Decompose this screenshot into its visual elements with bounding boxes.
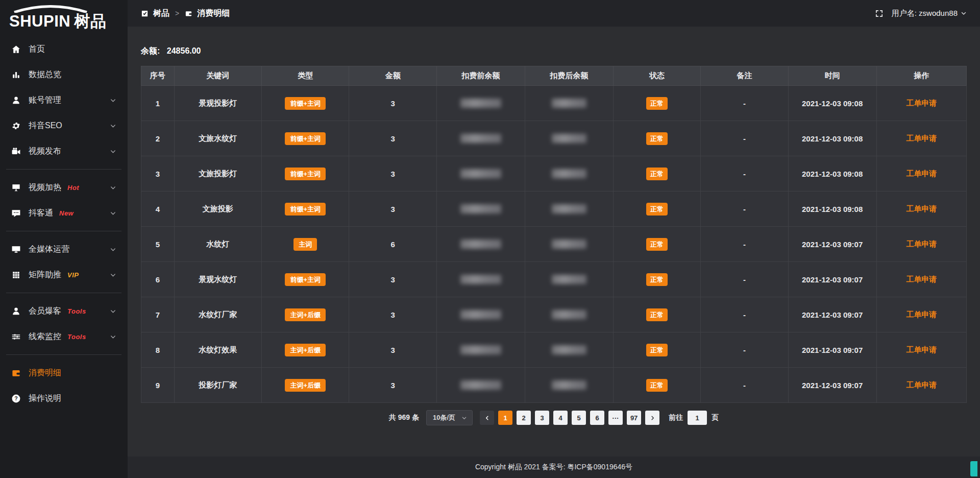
ticket-apply-link[interactable]: 工单申请 — [906, 240, 937, 248]
blurred-balance-before — [460, 134, 501, 143]
menu-divider — [6, 354, 121, 355]
cell-remark: - — [701, 332, 788, 368]
page-button-3[interactable]: 3 — [535, 411, 549, 425]
cell-keyword: 文旅水纹灯 — [174, 121, 261, 156]
sidebar-item-全媒体运营[interactable]: 全媒体运营 — [0, 236, 128, 262]
consumption-table: 序号关键词类型金额扣费前余额扣费后余额状态备注时间操作 1 景观投影灯 前缀+主… — [141, 66, 967, 403]
cell-keyword: 文旅投影灯 — [174, 156, 261, 192]
app-square-icon — [141, 10, 149, 17]
ticket-apply-link[interactable]: 工单申请 — [906, 134, 937, 142]
sidebar-item-首页[interactable]: 首页 — [0, 36, 128, 62]
next-page-button[interactable] — [645, 411, 659, 425]
cell-balance-after — [525, 227, 613, 262]
cell-amount: 3 — [349, 368, 436, 403]
blurred-balance-after — [552, 380, 586, 390]
sidebar-item-矩阵助推[interactable]: 矩阵助推 VIP — [0, 262, 128, 288]
user-menu[interactable]: 用户名: zswodun88 — [892, 9, 967, 18]
logo-text-en: SHUPIN — [9, 13, 70, 30]
cell-balance-before — [436, 86, 525, 121]
cell-amount: 3 — [349, 297, 436, 332]
more-pages-button[interactable]: ··· — [608, 411, 623, 425]
ticket-apply-link[interactable]: 工单申请 — [906, 169, 937, 178]
cell-time: 2021-12-03 09:07 — [788, 297, 876, 332]
logo-arc — [10, 5, 91, 13]
cell-balance-before — [436, 227, 525, 262]
cell-action: 工单申请 — [876, 332, 966, 368]
cell-type: 主词+后缀 — [262, 332, 349, 368]
sidebar-item-数据总览[interactable]: 数据总览 — [0, 62, 128, 87]
question-icon: ? — [11, 394, 21, 403]
cell-status: 正常 — [613, 192, 700, 227]
cell-remark: - — [701, 86, 788, 121]
sidebar-item-抖音SEO[interactable]: 抖音SEO — [0, 113, 128, 138]
blurred-balance-before — [460, 240, 501, 249]
footer: Copyright 树品 2021 备案号: 粤ICP备09019646号 — [128, 457, 980, 478]
sidebar-item-抖客通[interactable]: 抖客通 New — [0, 200, 128, 226]
page-button-6[interactable]: 6 — [590, 411, 604, 425]
ticket-apply-link[interactable]: 工单申请 — [906, 310, 937, 319]
balance-value: 24856.00 — [167, 46, 201, 55]
status-badge: 正常 — [646, 308, 668, 321]
cell-time: 2021-12-03 09:08 — [788, 86, 876, 121]
cell-action: 工单申请 — [876, 192, 966, 227]
monitor-icon — [11, 245, 21, 254]
cell-remark: - — [701, 192, 788, 227]
status-badge: 正常 — [646, 203, 668, 216]
sidebar-item-账号管理[interactable]: 账号管理 — [0, 87, 128, 113]
sidebar-item-会员爆客[interactable]: 会员爆客 Tools — [0, 298, 128, 324]
page-button-5[interactable]: 5 — [572, 411, 586, 425]
ticket-apply-link[interactable]: 工单申请 — [906, 99, 937, 107]
sidebar-item-线索监控[interactable]: 线索监控 Tools — [0, 324, 128, 349]
ticket-apply-link[interactable]: 工单申请 — [906, 345, 937, 354]
cell-keyword: 文旅投影 — [174, 192, 261, 227]
table-row: 8 水纹灯效果 主词+后缀 3 正常 - 2021-12-03 09:07 工单… — [141, 332, 967, 368]
logo-text-cn: 树品 — [74, 13, 106, 30]
breadcrumb-root[interactable]: 树品 — [153, 8, 169, 19]
page-button-4[interactable]: 4 — [553, 411, 568, 425]
wallet-icon — [11, 368, 21, 378]
sidebar-item-消费明细[interactable]: 消费明细 — [0, 360, 128, 386]
cell-index: 5 — [141, 227, 175, 262]
prev-page-button[interactable] — [480, 411, 494, 425]
ticket-apply-link[interactable]: 工单申请 — [906, 204, 937, 213]
type-badge: 主词+后缀 — [285, 379, 326, 392]
member-icon — [11, 306, 21, 316]
fullscreen-icon[interactable] — [875, 9, 884, 18]
chevron-down-icon — [110, 272, 116, 278]
cell-balance-before — [436, 192, 525, 227]
ticket-apply-link[interactable]: 工单申请 — [906, 275, 937, 283]
column-header: 金额 — [349, 66, 436, 86]
cell-balance-after — [525, 156, 613, 192]
chevron-down-icon — [461, 415, 467, 421]
type-badge: 前缀+主词 — [285, 168, 326, 180]
user-icon — [11, 95, 21, 105]
ticket-apply-link[interactable]: 工单申请 — [906, 380, 937, 389]
menu-badge: Hot — [67, 184, 79, 192]
cell-index: 7 — [141, 297, 175, 332]
sidebar-item-操作说明[interactable]: ? 操作说明 — [0, 386, 128, 411]
cell-amount: 3 — [349, 156, 436, 192]
status-badge: 正常 — [646, 132, 668, 145]
status-badge: 正常 — [646, 238, 668, 251]
breadcrumb-current: 消费明细 — [197, 8, 230, 19]
table-row: 6 景观水纹灯 前缀+主词 3 正常 - 2021-12-03 09:07 工单… — [141, 262, 967, 297]
type-badge: 主词 — [293, 238, 317, 251]
home-icon — [11, 44, 21, 54]
cell-action: 工单申请 — [876, 297, 966, 332]
type-badge: 主词+后缀 — [285, 344, 326, 356]
sidebar-item-视频加热[interactable]: 视频加热 Hot — [0, 175, 128, 200]
page-button-97[interactable]: 97 — [627, 411, 641, 425]
page-size-select[interactable]: 10条/页 — [426, 410, 473, 425]
grid-icon — [11, 270, 21, 280]
cell-time: 2021-12-03 09:07 — [788, 227, 876, 262]
blurred-balance-after — [552, 169, 586, 178]
menu-badge: Tools — [67, 307, 86, 315]
page-button-1[interactable]: 1 — [498, 411, 512, 425]
goto-page-input[interactable] — [688, 411, 707, 425]
sidebar-item-视频发布[interactable]: 视频发布 — [0, 138, 128, 164]
goto-label: 前往 — [669, 413, 683, 422]
cell-type: 前缀+主词 — [262, 86, 349, 121]
page-button-2[interactable]: 2 — [517, 411, 531, 425]
cell-action: 工单申请 — [876, 262, 966, 297]
side-widget[interactable] — [970, 461, 977, 476]
